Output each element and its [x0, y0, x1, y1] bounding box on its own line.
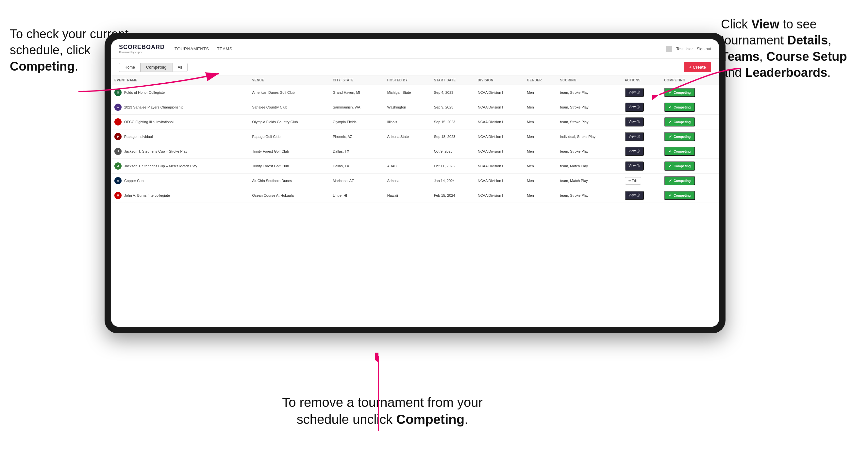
cell-competing: ✓ Competing	[661, 115, 719, 129]
cell-venue: Sahalee Country Club	[249, 100, 330, 115]
competing-button[interactable]: ✓ Competing	[664, 117, 695, 126]
cell-city-state: Dallas, TX	[330, 159, 384, 174]
cell-actions: ✏ Edit	[622, 174, 661, 188]
cell-competing: ✓ Competing	[661, 144, 719, 159]
cell-scoring: individual, Stroke Play	[557, 129, 622, 144]
nav-tournaments[interactable]: TOURNAMENTS	[175, 46, 209, 51]
competing-bold-bottom: Competing	[396, 412, 464, 427]
cell-scoring: team, Stroke Play	[557, 100, 622, 115]
view-button[interactable]: View ⓘ	[625, 132, 644, 141]
cell-city-state: Olympia Fields, IL	[330, 115, 384, 129]
view-button[interactable]: View ⓘ	[625, 88, 644, 97]
cell-start-date: Sep 18, 2023	[431, 129, 474, 144]
check-icon: ✓	[669, 134, 672, 139]
col-start-date: START DATE	[431, 76, 474, 85]
cell-venue: Olympia Fields Country Club	[249, 115, 330, 129]
cell-competing: ✓ Competing	[661, 174, 719, 188]
cell-division: NCAA Division I	[474, 129, 524, 144]
cell-scoring: team, Stroke Play	[557, 115, 622, 129]
cell-gender: Men	[524, 85, 557, 100]
check-icon: ✓	[669, 179, 672, 183]
view-button[interactable]: View ⓘ	[625, 103, 644, 112]
team-logo: H	[114, 192, 122, 199]
tournaments-table: EVENT NAME VENUE CITY, STATE HOSTED BY S…	[111, 76, 719, 203]
competing-button[interactable]: ✓ Competing	[664, 176, 695, 185]
cell-venue: American Dunes Golf Club	[249, 85, 330, 100]
col-venue: VENUE	[249, 76, 330, 85]
view-button[interactable]: View ⓘ	[625, 191, 644, 200]
arrow-to-competing-bottom	[375, 353, 382, 434]
cell-gender: Men	[524, 159, 557, 174]
cell-city-state: Grand Haven, MI	[330, 85, 384, 100]
course-setup-bold: Course Setup	[766, 50, 847, 63]
view-button[interactable]: View ⓘ	[625, 161, 644, 170]
competing-button[interactable]: ✓ Competing	[664, 161, 695, 170]
cell-scoring: team, Stroke Play	[557, 188, 622, 203]
team-logo: P	[114, 133, 122, 140]
competing-bold-left: Competing	[10, 60, 74, 73]
cell-start-date: Oct 9, 2023	[431, 144, 474, 159]
table-row: P Papago Individual Papago Golf Club Pho…	[111, 129, 719, 144]
logo-main: SCOREBOARD	[119, 44, 165, 51]
cell-event-name: P Papago Individual	[111, 129, 249, 144]
cell-competing: ✓ Competing	[661, 129, 719, 144]
col-hosted-by: HOSTED BY	[384, 76, 431, 85]
cell-division: NCAA Division I	[474, 115, 524, 129]
user-icon	[666, 46, 672, 52]
cell-event-name: A Copper Cup	[111, 174, 249, 188]
nav-teams[interactable]: TEAMS	[217, 46, 232, 51]
cell-venue: Papago Golf Club	[249, 129, 330, 144]
cell-city-state: Dallas, TX	[330, 144, 384, 159]
cell-hosted-by: Arizona	[384, 174, 431, 188]
team-logo: J	[114, 162, 122, 169]
cell-gender: Men	[524, 174, 557, 188]
cell-gender: Men	[524, 144, 557, 159]
cell-division: NCAA Division I	[474, 188, 524, 203]
event-name-text: John A. Burns Intercollegiate	[124, 193, 170, 197]
event-name-text: 2023 Sahalee Players Championship	[124, 105, 183, 109]
cell-scoring: team, Stroke Play	[557, 144, 622, 159]
cell-division: NCAA Division I	[474, 144, 524, 159]
cell-actions: View ⓘ	[622, 188, 661, 203]
arrow-to-competing-tab	[75, 56, 225, 95]
cell-event-name: W 2023 Sahalee Players Championship	[111, 100, 249, 115]
cell-start-date: Sep 15, 2023	[431, 115, 474, 129]
check-icon: ✓	[669, 120, 672, 124]
cell-actions: View ⓘ	[622, 115, 661, 129]
col-division: DIVISION	[474, 76, 524, 85]
table-body: S Folds of Honor Collegiate American Dun…	[111, 85, 719, 203]
teams-bold: Teams	[721, 50, 760, 63]
team-logo: A	[114, 177, 122, 184]
table-container[interactable]: EVENT NAME VENUE CITY, STATE HOSTED BY S…	[111, 76, 719, 327]
cell-city-state: Maricopa, AZ	[330, 174, 384, 188]
competing-button[interactable]: ✓ Competing	[664, 191, 695, 200]
scoreboard-logo: SCOREBOARD Powered by clippi	[119, 44, 165, 54]
signout-link[interactable]: Sign out	[697, 47, 711, 51]
cell-city-state: Sammamish, WA	[330, 100, 384, 115]
table-row: J Jackson T. Stephens Cup – Stroke Play …	[111, 144, 719, 159]
cell-gender: Men	[524, 100, 557, 115]
check-icon: ✓	[669, 164, 672, 168]
cell-scoring: team, Stroke Play	[557, 85, 622, 100]
cell-start-date: Sep 4, 2023	[431, 85, 474, 100]
competing-button[interactable]: ✓ Competing	[664, 132, 695, 141]
cell-hosted-by: Washington	[384, 100, 431, 115]
edit-button[interactable]: ✏ Edit	[625, 177, 641, 185]
cell-hosted-by: Arizona State	[384, 129, 431, 144]
cell-division: NCAA Division I	[474, 85, 524, 100]
cell-event-name: J Jackson T. Stephens Cup – Stroke Play	[111, 144, 249, 159]
view-button[interactable]: View ⓘ	[625, 147, 644, 156]
team-logo: J	[114, 148, 122, 155]
cell-division: NCAA Division I	[474, 159, 524, 174]
team-logo: I	[114, 118, 122, 125]
cell-start-date: Oct 11, 2023	[431, 159, 474, 174]
view-button[interactable]: View ⓘ	[625, 117, 644, 126]
event-name-text: Papago Individual	[124, 135, 153, 138]
table-row: I OFCC Fighting Illini Invitational Olym…	[111, 115, 719, 129]
event-name-text: OFCC Fighting Illini Invitational	[124, 120, 174, 124]
col-gender: GENDER	[524, 76, 557, 85]
competing-button[interactable]: ✓ Competing	[664, 147, 695, 156]
cell-gender: Men	[524, 188, 557, 203]
cell-scoring: team, Match Play	[557, 174, 622, 188]
cell-venue: Ocean Course At Hokuala	[249, 188, 330, 203]
